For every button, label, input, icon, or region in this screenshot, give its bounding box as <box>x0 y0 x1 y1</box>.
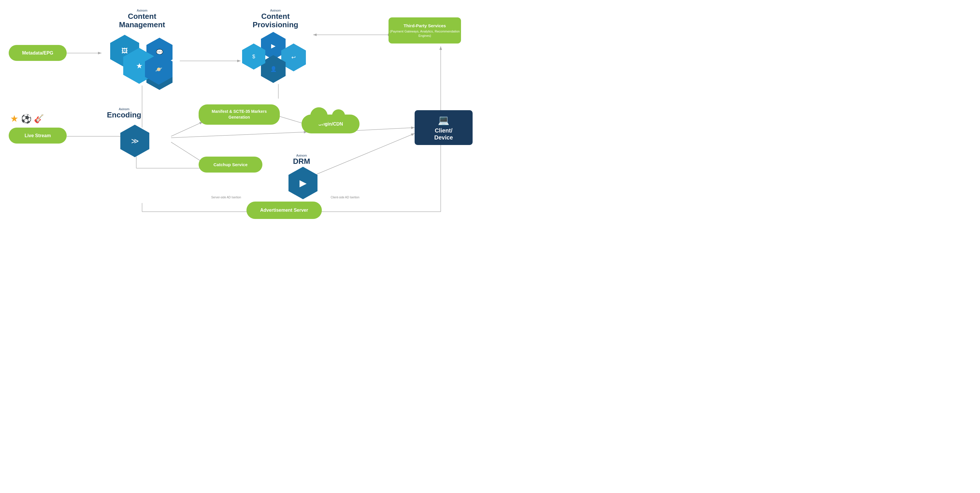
metadata-epg-badge: Metadata/EPG <box>9 45 67 61</box>
svg-line-10 <box>171 132 307 138</box>
server-side-annotation: Server-side AD Isertion <box>197 196 255 199</box>
encoding-label: Axinom Encoding <box>101 107 147 119</box>
svg-line-12 <box>310 134 415 177</box>
content-provisioning-cluster: ▶ ↩ 👤 $ <box>241 32 304 87</box>
drm-hexagon: ▶ <box>288 167 318 199</box>
diagram-container: ★ ⚽ 🎸 Metadata/EPG Live Stream Axinom Co… <box>0 0 490 247</box>
svg-line-7 <box>171 122 203 136</box>
svg-line-11 <box>356 127 415 130</box>
content-management-label: Axinom ContentManagement <box>110 9 174 29</box>
star-icon: ★ <box>10 113 19 124</box>
client-device-box: 💻 Client/ Device <box>415 110 473 145</box>
content-provisioning-label: Axinom ContentProvisioning <box>241 9 310 29</box>
live-stream-icons: ★ ⚽ 🎸 <box>10 113 44 124</box>
encoding-hexagon: ≫ <box>120 125 149 157</box>
content-management-cluster: ☆ 💬 ₿ 🖼 ★ 🪐 <box>102 32 177 90</box>
third-party-badge: Third-Party Services (Payment Gateways, … <box>388 17 461 43</box>
origin-cdn-badge: Origin/CDN <box>302 115 360 134</box>
live-stream-badge: Live Stream <box>9 127 67 143</box>
soccer-icon: ⚽ <box>21 114 32 124</box>
catchup-badge: Catchup Service <box>199 157 262 173</box>
guitar-icon: 🎸 <box>34 114 44 124</box>
svg-line-8 <box>171 142 203 162</box>
drm-label: Axinom DRM <box>281 154 322 165</box>
client-side-annotation: Client-side AD Isertion <box>316 196 374 199</box>
manifest-badge: Manifest & SCTE-35 Markers Generation <box>199 104 280 125</box>
advertisement-badge: Advertisement Server <box>247 202 322 219</box>
